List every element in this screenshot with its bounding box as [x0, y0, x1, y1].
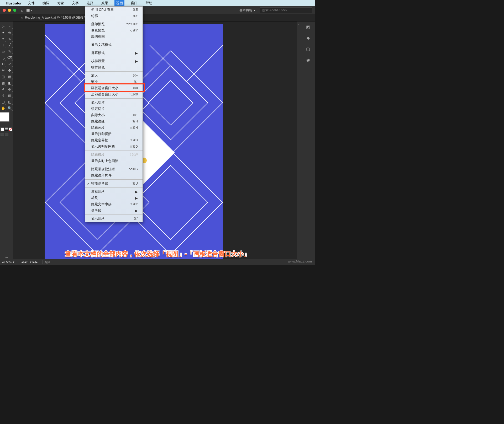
artboard-nav[interactable]: |◀ ◀ 1 ▾ ▶ ▶|	[20, 260, 38, 264]
workspace-switcher[interactable]: 基本功能▾	[239, 8, 255, 13]
color-mode-icon[interactable]	[1, 127, 4, 131]
fill-stroke-swatch[interactable]	[0, 112, 12, 124]
screen-mode-icon[interactable]	[1, 133, 4, 136]
rectangle-tool[interactable]: ▭	[0, 48, 7, 55]
width-tool[interactable]: ≋	[0, 67, 7, 73]
search-input[interactable]	[260, 7, 312, 13]
menu-item-29[interactable]: 显示实时上色间隙	[85, 158, 143, 164]
menu-object[interactable]: 对象	[56, 0, 66, 6]
paintbrush-tool[interactable]: ✎	[7, 48, 13, 55]
menu-shortcut: ⌘Y	[133, 14, 138, 18]
slice-tool[interactable]: ◫	[7, 99, 13, 105]
curvature-tool[interactable]: ∿	[7, 36, 13, 42]
zoom-tool[interactable]: 🔍	[7, 105, 13, 111]
menu-item-label: 全部适合窗口大小	[91, 92, 129, 97]
artboard-icon[interactable]: ▢	[305, 46, 311, 52]
direct-selection-tool[interactable]: ▹	[7, 23, 13, 29]
menu-item-25[interactable]: 隐藏定界框⇧⌘B	[85, 137, 143, 143]
shaper-tool[interactable]: ◡	[0, 55, 7, 61]
menu-item-17[interactable]: 全部适合窗口大小⌥⌘0	[85, 91, 143, 98]
menu-item-22[interactable]: 隐藏边缘⌘H	[85, 118, 143, 125]
tools-panel: ▷▹✦⊗✒∿T╱▭✎◡⌫↻⤢≋✥◫▦▩◧✐⊙✲▥▢◫✋🔍⋯	[0, 22, 13, 260]
menu-item-5[interactable]: 裁切视图	[85, 34, 143, 40]
menu-window[interactable]: 窗口	[129, 0, 139, 6]
rotate-tool[interactable]: ↻	[0, 61, 7, 67]
menu-shortcut: ⌘U	[132, 182, 138, 185]
menu-item-19[interactable]: 显示切片	[85, 99, 143, 106]
symbol-sprayer-tool[interactable]: ✲	[0, 92, 7, 99]
menu-help[interactable]: 帮助	[144, 0, 154, 6]
artboard-tool[interactable]: ▢	[0, 99, 7, 105]
menu-item-36[interactable]: 透视网格▶	[85, 189, 143, 195]
free-transform-tool[interactable]: ✥	[7, 67, 13, 73]
menu-item-21[interactable]: 实际大小⌘1	[85, 112, 143, 118]
menu-item-0[interactable]: 使用 CPU 查看⌘E	[85, 7, 143, 13]
sync-icon[interactable]: ◉	[305, 57, 311, 63]
menu-item-41[interactable]: 显示网格⌘"	[85, 216, 143, 222]
menu-item-20[interactable]: 锁定切片	[85, 106, 143, 112]
menu-file[interactable]: 文件	[26, 0, 36, 6]
window-controls	[3, 9, 16, 12]
menu-item-7[interactable]: 显示文稿模式	[85, 42, 143, 48]
home-icon[interactable]: ⌂	[21, 8, 23, 12]
menu-item-15[interactable]: 缩小⌘-	[85, 79, 143, 85]
close-window-icon[interactable]	[3, 9, 6, 12]
pen-tool[interactable]: ✒	[0, 36, 7, 42]
menu-item-3[interactable]: 叠印预览⌥⇧⌘Y	[85, 21, 143, 27]
panel-collapse-left[interactable]: «	[297, 22, 301, 260]
arrange-documents-icon[interactable]: ▮▮ ▾	[26, 8, 32, 12]
menu-item-1[interactable]: 轮廓⌘Y	[85, 13, 143, 19]
menu-item-16[interactable]: 画板适合窗口大小⌘0	[85, 85, 143, 91]
hand-tool[interactable]: ✋	[0, 105, 7, 111]
menu-edit[interactable]: 编辑	[41, 0, 51, 6]
right-panel-dock: ◩ ◆ ▢ ◉	[301, 22, 315, 260]
menu-item-39[interactable]: 参考线▶	[85, 207, 143, 214]
scale-tool[interactable]: ⤢	[7, 61, 13, 67]
menu-item-34[interactable]: 智能参考线⌘U	[85, 180, 143, 187]
menu-select[interactable]: 选择	[85, 0, 95, 6]
canvas[interactable]	[13, 22, 297, 260]
menu-type[interactable]: 文字	[70, 0, 80, 6]
none-mode-icon[interactable]	[9, 127, 12, 131]
menu-item-26[interactable]: 显示透明度网格⇧⌘D	[85, 143, 143, 150]
cube-icon[interactable]: ◩	[305, 24, 311, 30]
menu-item-label: 显示打印拼贴	[91, 132, 138, 136]
shape-builder-tool[interactable]: ◫	[0, 73, 7, 80]
chevron-down-icon: ▾	[30, 260, 32, 264]
app-name[interactable]: Illustrator	[6, 1, 22, 5]
maximize-window-icon[interactable]	[13, 9, 16, 12]
lasso-tool[interactable]: ⊗	[7, 29, 13, 36]
mesh-tool[interactable]: ▩	[0, 80, 7, 86]
draw-mode-icon[interactable]	[5, 133, 8, 136]
menu-view[interactable]: 视图	[114, 0, 124, 6]
layers-icon[interactable]: ◆	[305, 35, 311, 41]
menu-item-37[interactable]: 标尺▶	[85, 195, 143, 201]
menu-item-14[interactable]: 放大⌘+	[85, 72, 143, 79]
eyedropper-tool[interactable]: ✐	[0, 86, 7, 92]
type-tool[interactable]: T	[0, 42, 7, 48]
menu-item-31[interactable]: 隐藏渐变批注者⌥⌘G	[85, 166, 143, 172]
column-graph-tool[interactable]: ▥	[7, 92, 13, 99]
perspective-tool[interactable]: ▦	[7, 73, 13, 80]
close-tab-icon[interactable]: ×	[21, 16, 23, 20]
line-tool[interactable]: ╱	[7, 42, 13, 48]
menu-effect[interactable]: 效果	[100, 0, 110, 6]
zoom-level[interactable]: 49.55% ▾	[2, 260, 14, 264]
menu-item-28[interactable]: 隐藏模板⇧⌘W	[85, 152, 143, 158]
menu-item-12[interactable]: 校样颜色	[85, 64, 143, 71]
eraser-tool[interactable]: ⌫	[7, 55, 13, 61]
blend-tool[interactable]: ⊙	[7, 86, 13, 92]
magic-wand-tool[interactable]: ✦	[0, 29, 7, 36]
menu-item-23[interactable]: 隐藏画板⇧⌘H	[85, 125, 143, 131]
menu-item-11[interactable]: 校样设置▶	[85, 58, 143, 64]
minimize-window-icon[interactable]	[8, 9, 11, 12]
menu-item-9[interactable]: 屏幕模式▶	[85, 50, 143, 56]
menu-item-32[interactable]: 隐藏边角构件	[85, 172, 143, 179]
selection-tool[interactable]: ▷	[0, 23, 7, 29]
gradient-mode-icon[interactable]	[5, 127, 8, 131]
gradient-tool[interactable]: ◧	[7, 80, 13, 86]
menu-item-4[interactable]: 像素预览⌥⌘Y	[85, 27, 143, 34]
menu-shortcut: ⇧⌘Y	[130, 202, 138, 206]
menu-item-38[interactable]: 隐藏文本串接⇧⌘Y	[85, 201, 143, 207]
menu-item-24[interactable]: 显示打印拼贴	[85, 131, 143, 137]
